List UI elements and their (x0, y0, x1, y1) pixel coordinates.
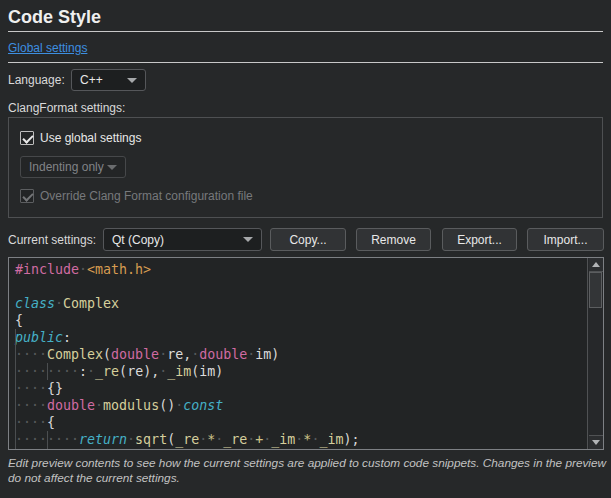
remove-button[interactable]: Remove (356, 228, 431, 251)
current-settings-combobox[interactable]: Qt (Copy) (103, 228, 262, 251)
global-settings-link[interactable]: Global settings (8, 41, 87, 55)
language-combobox-value: C++ (72, 73, 127, 87)
chevron-down-icon (127, 78, 137, 83)
link-separator (8, 62, 603, 63)
copy-button[interactable]: Copy... (270, 228, 346, 251)
formatting-mode-combobox: Indenting only (20, 156, 126, 178)
indent-guide (47, 431, 48, 449)
use-global-settings-checkbox[interactable]: Use global settings (20, 131, 141, 145)
language-label: Language: (8, 73, 65, 87)
checkbox-indicator[interactable] (20, 131, 34, 145)
code-style-settings-page: Code Style Global settings Language: C++… (0, 0, 611, 498)
formatting-mode-value: Indenting only (21, 160, 107, 174)
checkbox-indicator (20, 189, 34, 203)
arrow-down-icon (592, 440, 600, 445)
code-preview-editor[interactable]: #include·<math.h> class·Complex{public:·… (8, 257, 604, 450)
import-button[interactable]: Import... (527, 228, 604, 251)
chevron-down-icon (107, 165, 117, 170)
clangformat-settings-label: ClangFormat settings: (8, 101, 125, 115)
indent-guide (47, 363, 48, 380)
use-global-settings-label: Use global settings (40, 131, 141, 145)
export-button[interactable]: Export... (442, 228, 517, 251)
vertical-scrollbar[interactable] (587, 258, 603, 449)
clangformat-group-box: Use global settings Indenting only Overr… (8, 117, 603, 218)
chevron-down-icon (243, 237, 253, 242)
check-icon (22, 132, 33, 143)
check-icon (22, 190, 33, 201)
code-text[interactable]: #include·<math.h> class·Complex{public:·… (15, 261, 359, 449)
indent-guide (15, 329, 16, 449)
scrollbar-thumb[interactable] (589, 272, 602, 308)
current-settings-value: Qt (Copy) (104, 233, 243, 247)
current-settings-label: Current settings: (8, 233, 96, 247)
override-clang-format-label: Override Clang Format configuration file (40, 189, 253, 203)
title-separator (8, 31, 603, 32)
hint-text: Edit preview contents to see how the cur… (8, 456, 611, 485)
language-combobox[interactable]: C++ (71, 69, 146, 91)
override-clang-format-checkbox: Override Clang Format configuration file (20, 189, 253, 203)
page-title: Code Style (8, 7, 101, 28)
scroll-down-button[interactable] (589, 435, 603, 449)
scroll-up-button[interactable] (589, 258, 603, 272)
arrow-up-icon (592, 262, 600, 267)
